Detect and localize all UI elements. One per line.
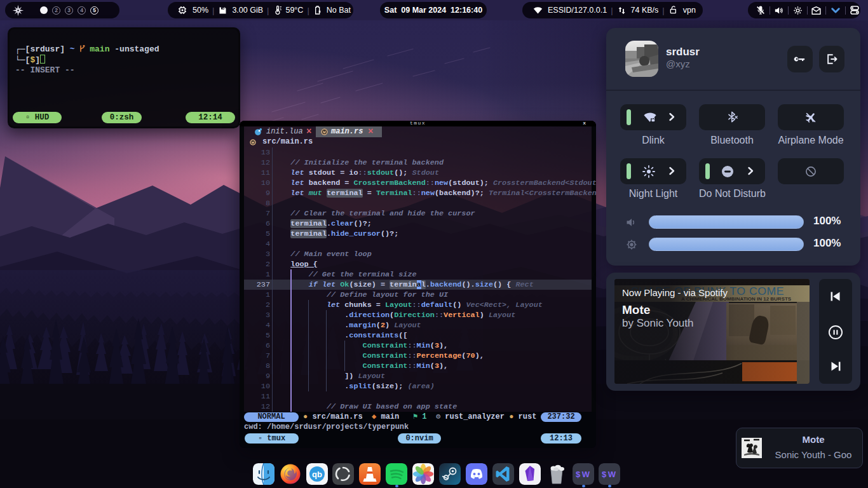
svg-text:$W: $W [602,470,616,479]
svg-text:qb: qb [312,470,322,479]
svg-text:$W: $W [576,470,590,479]
